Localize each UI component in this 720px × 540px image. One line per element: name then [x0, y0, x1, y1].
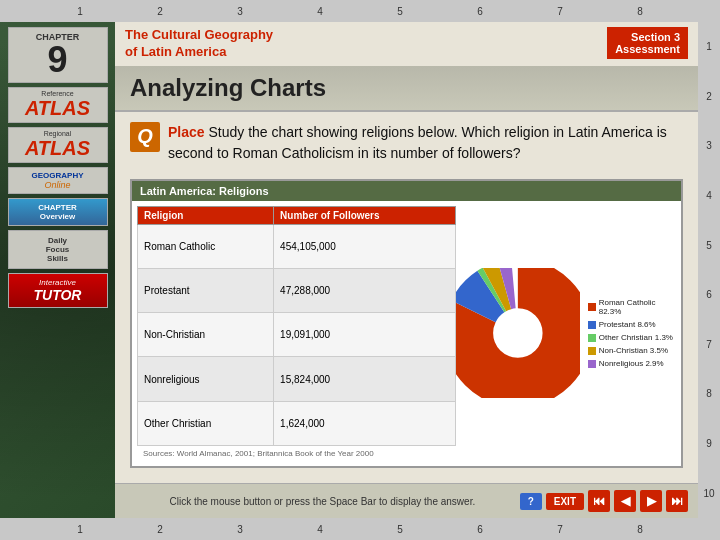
legend-roman-catholic: Roman Catholic 82.3% [588, 298, 676, 316]
page-title: Analyzing Charts [115, 66, 698, 112]
chart-container: Latin America: Religions Religion Number… [130, 179, 683, 468]
geography-label: GEOGRAPHY [12, 171, 104, 180]
chart-source: Sources: World Almanac, 2001; Britannica… [137, 446, 456, 461]
legend-non-christian: Non-Christian 3.5% [588, 346, 676, 355]
table-row: Other Christian1,624,000 [138, 401, 456, 445]
page-header: The Cultural Geography of Latin America … [115, 22, 698, 66]
atlas-ref-text: ATLAS [11, 97, 105, 120]
table-row: Protestant47,288,000 [138, 269, 456, 313]
legend-dot-roman [588, 303, 596, 311]
bottom-instruction: Click the mouse button or press the Spac… [125, 496, 520, 507]
bottom-buttons: ? EXIT ⏮ ◀ ▶ ⏭ [520, 490, 688, 512]
right-nav-bar: 1 2 3 4 5 6 7 8 9 10 [698, 22, 720, 518]
exit-button[interactable]: EXIT [546, 493, 584, 510]
nav-prev-button[interactable]: ◀ [614, 490, 636, 512]
pie-chart [456, 268, 580, 398]
svg-point-4 [468, 284, 567, 383]
atlas-ref-label: Reference [11, 90, 105, 97]
main-content: The Cultural Geography of Latin America … [115, 22, 698, 518]
legend-dot-other-christian [588, 334, 596, 342]
legend-dot-non-christian [588, 347, 596, 355]
sidebar-reference-atlas[interactable]: Reference ATLAS [8, 87, 108, 123]
nav-next-button[interactable]: ▶ [640, 490, 662, 512]
nav-last-button[interactable]: ⏭ [666, 490, 688, 512]
header-title: The Cultural Geography of Latin America [125, 27, 273, 61]
help-button[interactable]: ? [520, 493, 542, 510]
tutor-label: TUTOR [13, 287, 103, 303]
legend-dot-protestant [588, 321, 596, 329]
legend-other-christian: Other Christian 1.3% [588, 333, 676, 342]
col-followers: Number of Followers [274, 206, 456, 224]
chart-title: Latin America: Religions [132, 181, 681, 201]
q-icon: Q [130, 122, 160, 152]
pie-chart-section: Roman Catholic 82.3% Protestant 8.6% Oth… [456, 206, 676, 461]
religions-table: Religion Number of Followers Roman Catho… [137, 206, 456, 446]
section-badge: Section 3 Assessment [607, 27, 688, 59]
atlas-regional-label: Regional [11, 130, 105, 137]
atlas-regional-text: ATLAS [11, 137, 105, 160]
table-row: Roman Catholic454,105,000 [138, 224, 456, 268]
sidebar-chapter-overview[interactable]: CHAPTEROverview [8, 198, 108, 226]
top-nav-bar: 1 2 3 4 5 6 7 8 [0, 0, 720, 22]
nav-first-button[interactable]: ⏮ [588, 490, 610, 512]
sidebar-geography-online[interactable]: GEOGRAPHY Online [8, 167, 108, 194]
pie-legend: Roman Catholic 82.3% Protestant 8.6% Oth… [588, 298, 676, 368]
sidebar: CHAPTER 9 Reference ATLAS Regional ATLAS… [0, 22, 115, 518]
content-area: Q Place Study the chart showing religion… [115, 112, 698, 483]
bottom-bar: Click the mouse button or press the Spac… [115, 483, 698, 518]
chart-body: Religion Number of Followers Roman Catho… [132, 201, 681, 466]
online-label: Online [12, 180, 104, 190]
question-row: Q Place Study the chart showing religion… [130, 122, 683, 164]
sidebar-interactive-tutor[interactable]: Interactive TUTOR [8, 273, 108, 308]
chapter-number: 9 [17, 42, 99, 78]
legend-protestant: Protestant 8.6% [588, 320, 676, 329]
table-row: Nonreligious15,824,000 [138, 357, 456, 401]
bottom-nav-bar: 1 2 3 4 5 6 7 8 [0, 518, 720, 540]
question-text: Place Study the chart showing religions … [168, 122, 683, 164]
sidebar-regional-atlas[interactable]: Regional ATLAS [8, 127, 108, 163]
chart-table-wrapper: Religion Number of Followers Roman Catho… [137, 206, 456, 461]
top-nav-numbers: 1 2 3 4 5 6 7 8 [0, 6, 720, 17]
sidebar-chapter-box[interactable]: CHAPTER 9 [8, 27, 108, 83]
daily-focus-text: DailyFocusSkills [14, 236, 102, 263]
sidebar-daily-focus[interactable]: DailyFocusSkills [8, 230, 108, 269]
chapter-overview-text: CHAPTEROverview [13, 203, 103, 221]
interactive-label: Interactive [13, 278, 103, 287]
col-religion: Religion [138, 206, 274, 224]
bottom-nav-numbers: 1 2 3 4 5 6 7 8 [0, 524, 720, 535]
legend-dot-nonreligious [588, 360, 596, 368]
legend-nonreligious: Nonreligious 2.9% [588, 359, 676, 368]
table-row: Non-Christian19,091,000 [138, 313, 456, 357]
